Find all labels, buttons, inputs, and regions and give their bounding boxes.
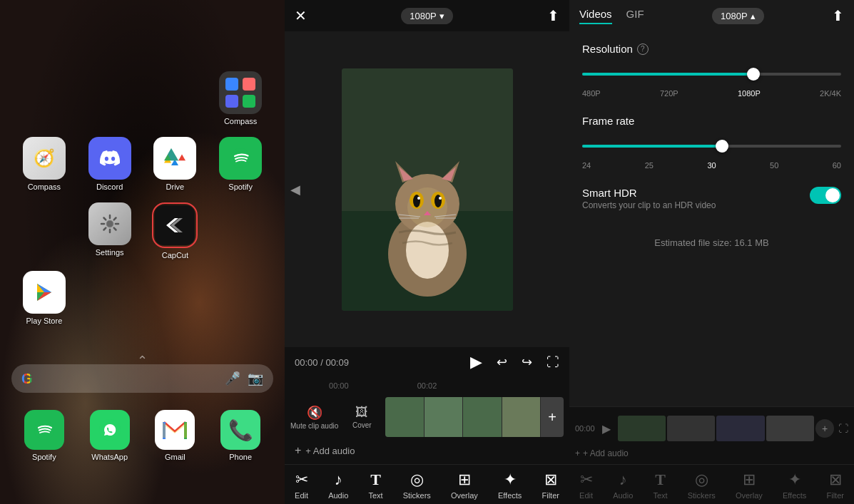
resolution-label: Resolution — [582, 43, 633, 55]
dock-whatsapp[interactable]: WhatsApp — [90, 410, 130, 461]
dock-spotify[interactable]: Spotify — [24, 410, 64, 461]
smart-hdr-label: Smart HDR — [582, 187, 716, 199]
toolbar-overlay[interactable]: ⊞ Overlay — [451, 470, 478, 500]
export-resolution-button[interactable]: 1080P ▴ — [712, 8, 764, 24]
current-time: 00:00 — [295, 357, 318, 368]
export-toolbar-effects: ✦ Effects — [783, 470, 806, 500]
app-playstore-wrap[interactable]: Play Store — [14, 271, 74, 325]
resolution-thumb[interactable] — [747, 68, 760, 81]
export-toolbar-audio: ♪ Audio — [613, 470, 633, 500]
mini-add-clip-button[interactable]: + — [815, 419, 834, 438]
svg-point-21 — [417, 197, 420, 200]
mini-fullscreen-button[interactable]: ⛶ — [838, 423, 848, 434]
track-clips[interactable]: + — [385, 397, 564, 437]
resolution-labels: 480P 720P 1080P 2K/4K — [582, 89, 841, 98]
mute-icon: 🔇 — [307, 405, 322, 421]
lens-icon[interactable]: 📷 — [248, 371, 263, 386]
editor-export-button[interactable]: ⬆ — [547, 7, 559, 24]
video-frame — [342, 68, 513, 311]
video-preview-content — [342, 68, 513, 311]
export-panel: Videos GIF 1080P ▴ ⬆ Resolution ? — [569, 0, 854, 504]
editor-panel: ✕ 1080P ▾ ⬆ — [285, 0, 569, 504]
export-audio-label: Audio — [613, 491, 633, 500]
framerate-labels: 24 25 30 50 60 — [582, 161, 841, 170]
framerate-fill — [582, 145, 722, 148]
smart-hdr-row: Smart HDR Converts your clip to an HDR v… — [582, 187, 841, 210]
search-bar[interactable]: G 🎤 📷 — [11, 364, 273, 404]
dock-phone[interactable]: 📞 Phone — [220, 410, 260, 461]
export-overlay-icon: ⊞ — [743, 470, 756, 489]
tick-1: 00:02 — [417, 381, 437, 390]
app-compass[interactable]: 🧭 Compass — [14, 137, 74, 191]
app-spotify[interactable]: Spotify — [210, 137, 270, 191]
smart-hdr-desc: Converts your clip to an HDR video — [582, 200, 716, 210]
clip-thumb-4 — [502, 397, 540, 437]
svg-point-1 — [106, 220, 113, 227]
overlay-label: Overlay — [451, 491, 478, 500]
tab-gif[interactable]: GIF — [626, 8, 644, 24]
export-overlay-label: Overlay — [736, 491, 763, 500]
toolbar-audio[interactable]: ♪ Audio — [328, 470, 348, 500]
app-discord[interactable]: Discord — [80, 137, 140, 191]
playstore-label: Play Store — [26, 317, 63, 325]
discord-icon — [88, 137, 131, 180]
clip-add-icon: + — [548, 409, 556, 426]
dock-gmail[interactable]: Gmail — [155, 410, 195, 461]
framerate-thumb[interactable] — [716, 140, 728, 153]
clip-add-button[interactable]: + — [541, 397, 564, 437]
smart-hdr-toggle[interactable] — [810, 187, 841, 204]
export-text-icon: T — [655, 470, 666, 489]
filter-icon: ⊠ — [544, 470, 557, 489]
undo-button[interactable]: ↩ — [497, 354, 507, 370]
add-audio-button[interactable]: + + Add audio — [285, 440, 569, 461]
resolution-section: Resolution ? 480P 720P 1080P 2K/4K — [582, 43, 841, 98]
resolution-track — [582, 73, 841, 76]
app-folder-wrap[interactable]: Compass — [210, 71, 270, 125]
dock-whatsapp-icon — [90, 410, 130, 450]
editor-close-button[interactable]: ✕ — [295, 7, 307, 24]
editor-resolution-label: 1080P — [410, 11, 437, 21]
google-logo: G — [21, 371, 33, 387]
mute-clip-control[interactable]: 🔇 Mute clip audio — [290, 405, 338, 430]
redo-button[interactable]: ↪ — [522, 354, 532, 370]
toolbar-filter[interactable]: ⊠ Filter — [542, 470, 559, 500]
play-button[interactable]: ▶ — [470, 353, 482, 371]
cover-control[interactable]: 🖼 Cover — [344, 405, 380, 429]
settings-label: Settings — [96, 248, 124, 257]
app-capcut-wrap[interactable]: CapCut — [146, 202, 205, 259]
tab-videos[interactable]: Videos — [579, 8, 612, 24]
editor-timeline: 00:00 00:02 00:04 🔇 Mute clip audio 🖼 Co… — [285, 377, 569, 464]
resolution-slider[interactable] — [582, 63, 841, 85]
audio-icon: ♪ — [335, 470, 342, 489]
voice-search-icon[interactable]: 🎤 — [225, 371, 240, 386]
export-resolution-label: 1080P — [721, 11, 748, 21]
framerate-track — [582, 145, 841, 148]
capcut-label: CapCut — [162, 251, 188, 259]
text-icon: T — [370, 470, 381, 489]
fps-30: 30 — [707, 161, 716, 170]
dock-spotify-label: Spotify — [32, 453, 56, 461]
playback-time: 00:00 / 00:09 — [295, 357, 349, 368]
export-header: Videos GIF 1080P ▴ ⬆ — [569, 0, 854, 31]
resolution-help-icon[interactable]: ? — [637, 43, 649, 55]
framerate-label: Frame rate — [582, 115, 634, 127]
mini-play-button[interactable]: ▶ — [602, 422, 611, 436]
mini-add-audio-row[interactable]: + + Add audio — [569, 447, 854, 461]
app-settings-wrap[interactable]: Settings — [80, 202, 140, 259]
fullscreen-button[interactable]: ⛶ — [547, 355, 559, 370]
stickers-label: Stickers — [403, 491, 431, 500]
file-size-section: Estimated file size: 16.1 MB — [582, 227, 841, 257]
toolbar-text[interactable]: T Text — [368, 470, 382, 500]
toolbar-effects[interactable]: ✦ Effects — [498, 470, 522, 500]
toolbar-stickers[interactable]: ◎ Stickers — [403, 470, 431, 500]
app-drive[interactable]: Drive — [146, 137, 205, 191]
export-upload-button[interactable]: ⬆ — [832, 7, 844, 24]
total-time: 00:09 — [325, 357, 349, 368]
editor-resolution-button[interactable]: 1080P ▾ — [401, 8, 453, 24]
toolbar-edit[interactable]: ✂ Edit — [295, 470, 308, 500]
fps-50: 50 — [770, 161, 778, 170]
export-filter-icon: ⊠ — [829, 470, 842, 489]
preview-arrow-left[interactable]: ◀ — [290, 182, 300, 197]
export-tabs: Videos GIF — [579, 8, 644, 24]
framerate-slider[interactable] — [582, 135, 841, 157]
